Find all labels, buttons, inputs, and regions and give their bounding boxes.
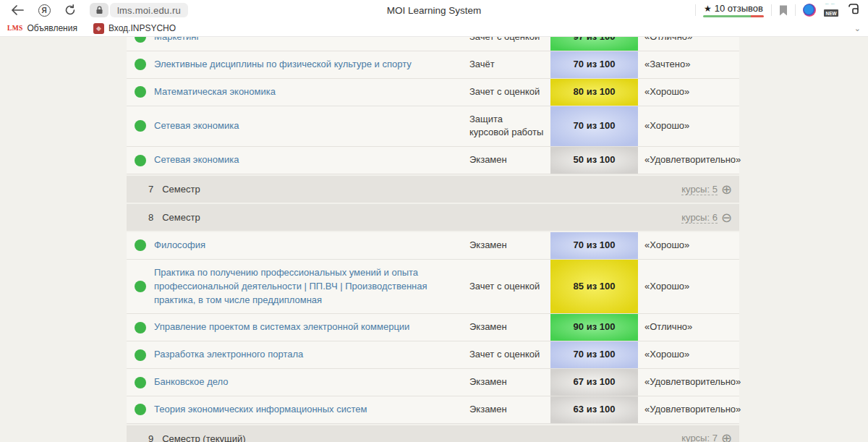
exam-type: Зачет с оценкой <box>469 341 550 368</box>
grade-text: «Зачтено» <box>638 51 739 78</box>
back-icon[interactable] <box>7 5 27 15</box>
semester-band: 8 Семестр курсы: 6 ⊖ <box>127 204 739 231</box>
score-cell: 70 из 100 <box>550 106 638 147</box>
new-badge: NEW <box>824 9 838 17</box>
page-title: MOI Learning System <box>387 5 482 16</box>
table-row: Философия Экзамен 70 из 100 «Хорошо» <box>127 232 739 260</box>
refresh-icon[interactable] <box>59 4 81 16</box>
table-row: Банковское дело Экзамен 67 из 100 «Удовл… <box>127 369 739 396</box>
status-dot-icon <box>135 377 146 388</box>
bookmark-label: Вход.INPSYCHO <box>109 23 176 33</box>
yandex-icon[interactable]: Я <box>33 4 55 17</box>
expand-icon[interactable]: ⊕ <box>721 432 732 442</box>
semester-label: Семестр <box>162 184 200 195</box>
table-row: Маркетинг Зачет с оценкой 97 из 100 «Отл… <box>127 37 739 51</box>
page-content: Маркетинг Зачет с оценкой 97 из 100 «Отл… <box>0 37 868 442</box>
course-link[interactable]: Элективные дисциплины по физической куль… <box>154 58 412 72</box>
semester-courses-link[interactable]: курсы: 7 <box>681 433 718 442</box>
status-dot-icon <box>135 37 146 43</box>
course-link[interactable]: Управление проектом в системах электронн… <box>154 320 409 334</box>
toolbar-divider <box>795 4 796 16</box>
score-cell: 67 из 100 <box>550 369 638 396</box>
course-link[interactable]: Практика по получению профессиональных у… <box>154 266 454 307</box>
status-dot-icon <box>135 59 146 70</box>
exam-type: Экзамен <box>469 369 550 396</box>
grade-text: «Удовлетворительно» <box>638 147 739 174</box>
table-row: Разработка электронного портала Зачет с … <box>127 341 739 369</box>
table-row: Математическая экономика Зачет с оценкой… <box>127 79 739 106</box>
status-dot-icon <box>135 322 146 333</box>
score-value: 90 из 100 <box>574 320 616 334</box>
course-link[interactable]: Разработка электронного портала <box>154 348 303 362</box>
grade-text: «Удовлетворительно» <box>638 369 739 396</box>
grade-text: «Отлично» <box>638 314 739 341</box>
table-row: Практика по получению профессиональных у… <box>127 260 739 315</box>
rating-bar <box>703 15 764 17</box>
grade-text: «Хорошо» <box>638 341 739 368</box>
course-link[interactable]: Маркетинг <box>154 37 200 44</box>
grade-text: «Хорошо» <box>638 232 739 259</box>
toolbar-divider <box>695 4 696 16</box>
exam-type: Защита курсовой работы <box>469 106 550 147</box>
score-value: 70 из 100 <box>574 348 616 362</box>
score-cell: 97 из 100 <box>550 37 638 51</box>
chevron-down-icon[interactable]: ⌄ <box>854 24 861 33</box>
score-cell: 70 из 100 <box>550 341 638 368</box>
bookmark-label: Объявления <box>27 23 77 33</box>
semester-label: Семестр (текущий) <box>162 433 245 442</box>
extension-new-icon[interactable]: ⌒⌒ NEW <box>823 3 839 17</box>
site-rating[interactable]: ★ 10 отзывов <box>703 3 764 17</box>
exam-type: Экзамен <box>469 147 550 174</box>
score-value: 63 из 100 <box>574 403 616 417</box>
status-dot-icon <box>135 120 146 132</box>
bookmark-flag-icon[interactable] <box>779 5 788 16</box>
address-bar[interactable]: lms.moi.edu.ru <box>90 3 188 17</box>
collapse-icon[interactable]: ⊖ <box>721 211 732 224</box>
lock-icon[interactable] <box>90 3 109 17</box>
score-value: 70 из 100 <box>574 119 616 133</box>
semester-courses-link[interactable]: курсы: 5 <box>681 184 718 195</box>
extension-browser-icon[interactable] <box>803 4 816 17</box>
grades-table: Маркетинг Зачет с оценкой 97 из 100 «Отл… <box>127 37 739 442</box>
course-link[interactable]: Сетевая экономика <box>154 119 239 133</box>
score-cell: 70 из 100 <box>550 51 638 78</box>
grade-text: «Хорошо» <box>638 260 739 314</box>
score-value: 85 из 100 <box>574 280 616 294</box>
course-link[interactable]: Сетевая экономика <box>154 153 239 167</box>
semester-label: Семестр <box>162 212 200 223</box>
score-value: 70 из 100 <box>574 58 616 72</box>
expand-icon[interactable]: ⊕ <box>721 183 732 196</box>
table-row: Управление проектом в системах электронн… <box>127 314 739 341</box>
tab-groups-icon[interactable] <box>846 2 861 18</box>
toolbar-divider <box>771 4 772 16</box>
score-cell: 70 из 100 <box>550 232 638 259</box>
semester-band: 7 Семестр курсы: 5 ⊕ <box>127 176 739 203</box>
grade-text: «Хорошо» <box>638 79 739 106</box>
grade-text: «Отлично» <box>638 37 739 51</box>
exam-type: Экзамен <box>469 232 550 259</box>
grade-text: «Хорошо» <box>638 106 739 147</box>
course-link[interactable]: Философия <box>154 239 205 252</box>
status-dot-icon <box>135 239 146 251</box>
semester-band: 9 Семестр (текущий) курсы: 7 ⊕ <box>127 425 739 442</box>
url-text[interactable]: lms.moi.edu.ru <box>110 3 188 17</box>
bookmarks-bar: LMS Объявления ◆ Вход.INPSYCHO ⌄ <box>0 20 868 37</box>
course-link[interactable]: Банковское дело <box>154 375 229 389</box>
star-icon: ★ <box>704 4 712 14</box>
semester-courses-link[interactable]: курсы: 6 <box>681 212 718 224</box>
score-value: 70 из 100 <box>574 239 616 252</box>
bookmark-item-announcements[interactable]: LMS Объявления <box>7 23 77 33</box>
table-row: Теория экономических информационных сист… <box>127 396 739 424</box>
browser-toolbar: Я lms.moi.edu.ru MOI Learning System ★ 1… <box>0 0 868 20</box>
inpsycho-logo-icon: ◆ <box>93 23 104 34</box>
table-row: Элективные дисциплины по физической куль… <box>127 51 739 79</box>
score-cell: 90 из 100 <box>550 314 638 341</box>
score-cell: 50 из 100 <box>550 147 638 174</box>
bookmark-item-inpsycho[interactable]: ◆ Вход.INPSYCHO <box>93 23 176 34</box>
score-value: 97 из 100 <box>574 37 616 44</box>
course-link[interactable]: Теория экономических информационных сист… <box>154 403 367 417</box>
score-value: 50 из 100 <box>574 153 616 167</box>
score-value: 80 из 100 <box>574 85 616 99</box>
course-link[interactable]: Математическая экономика <box>154 85 276 99</box>
score-value: 67 из 100 <box>574 375 616 389</box>
